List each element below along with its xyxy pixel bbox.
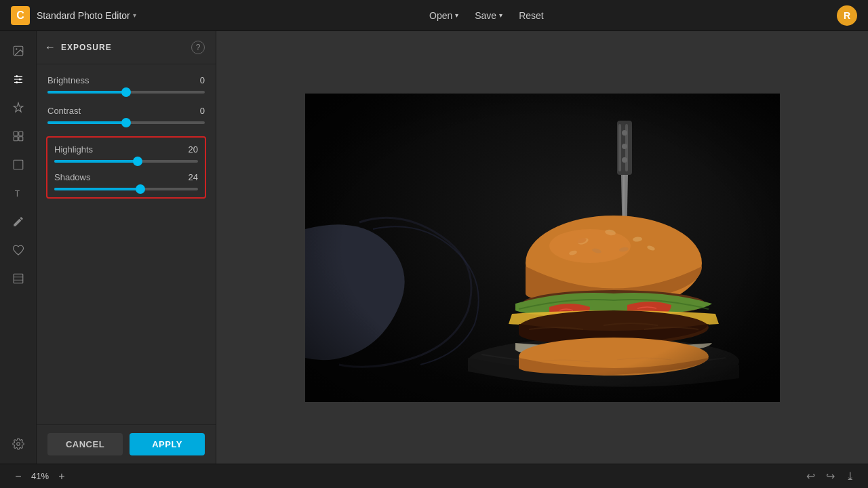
bottombar: − 41% + ↩ ↪ ⤓ bbox=[0, 464, 868, 488]
open-chevron-icon: ▾ bbox=[455, 12, 458, 19]
bottom-right-controls: ↩ ↪ ⤓ bbox=[804, 467, 857, 485]
avatar-letter: R bbox=[844, 10, 850, 21]
svg-text:T: T bbox=[14, 189, 20, 199]
brightness-fill bbox=[47, 91, 126, 94]
brightness-group: Brightness 0 bbox=[47, 75, 205, 94]
highlights-fill bbox=[54, 160, 138, 163]
shadows-label: Shadows bbox=[54, 172, 90, 182]
apply-button[interactable]: APPLY bbox=[130, 433, 205, 455]
reset-label: Reset bbox=[519, 10, 544, 21]
save-chevron-icon: ▾ bbox=[499, 12, 502, 19]
shadows-subgroup: Shadows 24 bbox=[54, 172, 198, 190]
highlights-track[interactable] bbox=[54, 160, 198, 163]
panel-content: Brightness 0 Contrast 0 bbox=[37, 64, 216, 424]
zoom-out-button[interactable]: − bbox=[11, 469, 26, 484]
main-area: T ← EXPOSURE ? bbox=[0, 31, 868, 464]
contrast-value: 0 bbox=[200, 106, 205, 116]
app-logo: C bbox=[11, 6, 30, 25]
highlights-thumb[interactable] bbox=[133, 157, 142, 166]
shadows-fill bbox=[54, 188, 140, 190]
svg-rect-14 bbox=[14, 274, 23, 283]
user-avatar[interactable]: R bbox=[837, 5, 857, 26]
svg-rect-11 bbox=[18, 137, 22, 141]
exposure-panel: ← EXPOSURE ? Brightness 0 bbox=[37, 31, 216, 464]
shadows-value: 24 bbox=[189, 172, 198, 182]
tool-favorites[interactable] bbox=[5, 237, 31, 263]
svg-point-1 bbox=[16, 48, 17, 49]
panel-help-button[interactable]: ? bbox=[191, 41, 205, 54]
panel-buttons: CANCEL APPLY bbox=[37, 424, 216, 464]
app-title-text: Standard Photo Editor bbox=[37, 10, 130, 21]
shadows-track[interactable] bbox=[54, 188, 198, 190]
topbar-center: Open ▾ Save ▾ Reset bbox=[136, 7, 837, 24]
cancel-button[interactable]: CANCEL bbox=[47, 433, 123, 455]
save-button[interactable]: Save ▾ bbox=[469, 7, 508, 24]
tool-elements[interactable] bbox=[5, 123, 31, 149]
highlights-value: 20 bbox=[189, 144, 198, 155]
svg-rect-8 bbox=[14, 131, 18, 136]
export-button[interactable]: ⤓ bbox=[843, 467, 857, 485]
iconbar: T bbox=[0, 31, 37, 464]
svg-point-7 bbox=[16, 81, 18, 83]
panel-back-button[interactable]: ← bbox=[45, 41, 56, 54]
contrast-thumb[interactable] bbox=[121, 118, 131, 127]
back-icon: ← bbox=[45, 41, 56, 54]
panel-title: EXPOSURE bbox=[61, 43, 186, 52]
brightness-label: Brightness bbox=[47, 75, 89, 85]
svg-point-5 bbox=[16, 75, 18, 77]
highlights-label: Highlights bbox=[54, 144, 93, 155]
svg-rect-12 bbox=[14, 160, 23, 169]
panel-header: ← EXPOSURE ? bbox=[37, 31, 216, 64]
contrast-fill bbox=[47, 121, 126, 124]
app-title[interactable]: Standard Photo Editor ▾ bbox=[37, 10, 136, 21]
tool-text[interactable]: T bbox=[5, 180, 31, 206]
topbar: C Standard Photo Editor ▾ Open ▾ Save ▾ … bbox=[0, 0, 868, 31]
redo-button[interactable]: ↪ bbox=[823, 467, 837, 485]
burger-image bbox=[305, 94, 780, 402]
image-container bbox=[305, 94, 780, 402]
highlights-shadows-group: Highlights 20 Shadows 24 bbox=[46, 136, 206, 199]
zoom-controls: − 41% + bbox=[11, 469, 69, 484]
settings-button[interactable] bbox=[5, 431, 31, 457]
tool-draw[interactable] bbox=[5, 209, 31, 235]
svg-rect-10 bbox=[14, 137, 18, 141]
brightness-thumb[interactable] bbox=[121, 87, 131, 97]
reset-button[interactable]: Reset bbox=[513, 7, 549, 24]
shadows-thumb[interactable] bbox=[136, 184, 145, 194]
undo-button[interactable]: ↩ bbox=[804, 467, 818, 485]
zoom-in-button[interactable]: + bbox=[54, 469, 69, 484]
zoom-level-text: 41% bbox=[31, 471, 49, 481]
tool-crop[interactable] bbox=[5, 152, 31, 178]
svg-point-6 bbox=[18, 79, 20, 81]
open-label: Open bbox=[429, 10, 452, 21]
tool-retouch[interactable] bbox=[5, 95, 31, 121]
save-label: Save bbox=[475, 10, 496, 21]
contrast-group: Contrast 0 bbox=[47, 106, 205, 124]
svg-rect-40 bbox=[305, 94, 780, 402]
svg-point-17 bbox=[16, 443, 20, 446]
tool-adjustments[interactable] bbox=[5, 66, 31, 92]
brightness-value: 0 bbox=[200, 75, 205, 85]
help-icon: ? bbox=[196, 43, 201, 52]
contrast-label: Contrast bbox=[47, 106, 81, 116]
brightness-track[interactable] bbox=[47, 91, 205, 94]
open-button[interactable]: Open ▾ bbox=[424, 7, 464, 24]
zoom-value: 41 bbox=[31, 471, 41, 481]
tool-layers[interactable] bbox=[5, 266, 31, 291]
canvas-area bbox=[216, 31, 868, 464]
zoom-unit: % bbox=[41, 471, 49, 481]
contrast-track[interactable] bbox=[47, 121, 205, 124]
tool-photos[interactable] bbox=[5, 38, 31, 64]
highlights-subgroup: Highlights 20 bbox=[54, 144, 198, 163]
svg-rect-9 bbox=[18, 131, 22, 136]
